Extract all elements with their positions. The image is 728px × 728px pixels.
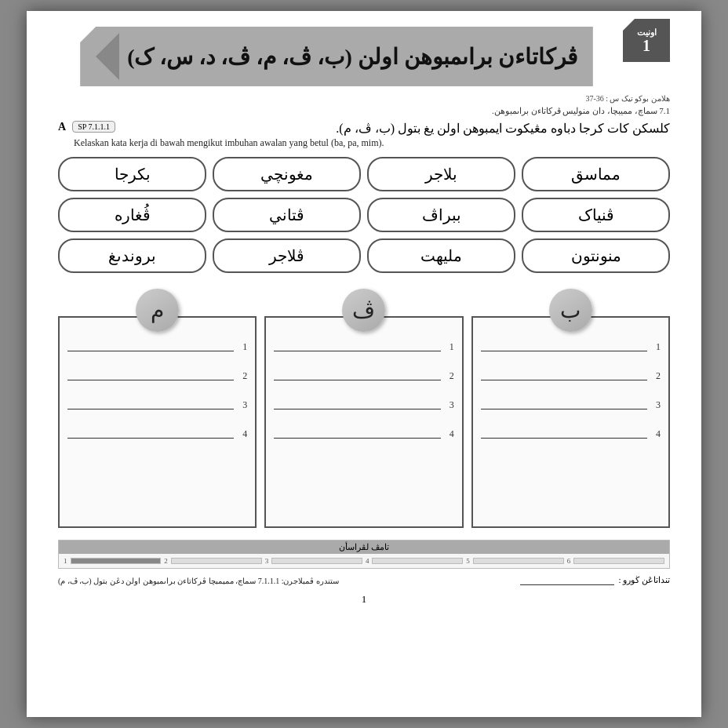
- classify-box-pa: 1 2 3 4: [264, 316, 463, 528]
- progress-label: تامڤ لڤراسأن: [59, 541, 669, 554]
- classify-line-ba-4: 4: [481, 428, 661, 440]
- classify-col-mim: م 1 2 3 4: [58, 289, 257, 528]
- prog-seg-6: [573, 558, 664, 564]
- unit-number: 1: [642, 38, 650, 53]
- line-num: 2: [445, 370, 454, 382]
- sign-line: تنداتاڠن ڬورو :: [520, 575, 670, 585]
- section-a-jawi: کلسکن کات کرجا دباوه مڠيکوت ايمبوهن اولن…: [126, 121, 670, 136]
- section-label-a: A: [58, 121, 66, 133]
- write-line[interactable]: [67, 409, 234, 410]
- write-line[interactable]: [67, 438, 234, 439]
- line-num: 3: [651, 399, 661, 411]
- page: ڤرکاتاءن براىمبوهن اولن (ب، ڤ، م، ڤ، د، …: [27, 11, 701, 717]
- write-line[interactable]: [274, 409, 440, 410]
- classify-line-mim-4: 4: [67, 428, 247, 440]
- prog-num-1: 1: [64, 557, 67, 565]
- classify-line-pa-3: 3: [274, 399, 453, 411]
- line-num: 4: [445, 428, 454, 440]
- word-box-2: بلاجر: [367, 157, 515, 191]
- page-ref: هلامن بوکو تيک س : 36-37: [585, 94, 670, 103]
- section-a-header: A SP 7.1.1.1 کلسکن کات کرجا دباوه مڠيکوت…: [58, 121, 670, 149]
- write-line[interactable]: [481, 380, 647, 380]
- progress-bar-row: 1 2 3 4 5 6: [59, 554, 669, 568]
- classify-line-ba-3: 3: [481, 399, 661, 411]
- title-banner: ڤرکاتاءن براىمبوهن اولن (ب، ڤ، م، ڤ، د، …: [80, 27, 593, 86]
- sign-underline[interactable]: [520, 584, 614, 585]
- word-box-10: مليهت: [367, 238, 515, 273]
- main-title: ڤرکاتاءن براىمبوهن اولن (ب، ڤ، م، ڤ، د، …: [127, 44, 577, 70]
- classify-line-pa-1: 1: [274, 341, 453, 353]
- prog-num-2: 2: [164, 557, 168, 565]
- classify-line-mim-2: 2: [67, 370, 247, 382]
- write-line[interactable]: [67, 380, 234, 380]
- prog-seg-3: [271, 558, 362, 564]
- line-num: 1: [238, 341, 247, 353]
- word-box-11: ڤلاجر: [213, 238, 361, 273]
- classify-col-pa: ڤ 1 2 3 4: [264, 289, 463, 528]
- line-num: 1: [445, 341, 454, 353]
- classify-line-mim-3: 3: [67, 399, 247, 411]
- classify-line-pa-2: 2: [274, 370, 453, 382]
- word-box-12: بروندىغ: [58, 238, 206, 273]
- write-line[interactable]: [481, 438, 647, 439]
- write-line[interactable]: [274, 351, 440, 351]
- section-a-row: A SP 7.1.1.1 کلسکن کات کرجا دباوه مڠيکوت…: [58, 121, 670, 136]
- word-box-9: منونتون: [522, 238, 670, 273]
- word-box-3: مغونچي: [213, 157, 361, 191]
- classify-area: م 1 2 3 4: [58, 289, 670, 528]
- sp-badge: SP 7.1.1.1: [72, 121, 115, 133]
- classify-line-ba-2: 2: [481, 370, 661, 382]
- prog-num-6: 6: [567, 557, 571, 565]
- prog-seg-1: [71, 558, 162, 564]
- word-box-6: ببراڤ: [367, 198, 515, 232]
- line-num: 3: [445, 399, 454, 411]
- prog-seg-5: [473, 558, 564, 564]
- header: ڤرکاتاءن براىمبوهن اولن (ب، ڤ، م، ڤ، د، …: [58, 27, 670, 86]
- prog-num-5: 5: [466, 557, 470, 565]
- word-box-1: مماسق: [522, 157, 670, 191]
- progress-section: تامڤ لڤراسأن 1 2 3 4 5 6: [58, 540, 670, 569]
- prog-num-3: 3: [265, 557, 269, 565]
- word-box-8: ڤُغاره: [58, 198, 206, 232]
- line-num: 2: [238, 370, 247, 382]
- unit-badge: اونيت 1: [623, 19, 670, 62]
- section-a-rumi: Kelaskan kata kerja di bawah mengikut im…: [74, 137, 670, 149]
- line-num: 1: [651, 341, 661, 353]
- footer-area: تنداتاڠن ڬورو : ستندره ڤمبلاجرن: 7.1.1.1…: [58, 575, 670, 585]
- sign-label: تنداتاڠن ڬورو :: [618, 575, 670, 585]
- write-line[interactable]: [67, 351, 234, 351]
- write-line[interactable]: [481, 351, 647, 351]
- write-line[interactable]: [274, 380, 440, 380]
- line-num: 4: [651, 428, 661, 440]
- prog-num-4: 4: [366, 557, 369, 565]
- classify-line-mim-1: 1: [67, 341, 247, 353]
- circle-ba: ب: [549, 289, 592, 332]
- write-line[interactable]: [481, 409, 647, 410]
- classify-line-pa-4: 4: [274, 428, 453, 440]
- word-grid: مماسق بلاجر مغونچي بکرجا ڤنياک ببراڤ ڤتا…: [58, 157, 670, 273]
- line-num: 2: [651, 370, 661, 382]
- word-box-7: ڤتاني: [213, 198, 361, 232]
- word-box-4: بکرجا: [58, 157, 206, 191]
- subtitle: 7.1 سماچ، مميبچا، دان منوليس ڤرکاتاءن بر…: [58, 106, 670, 116]
- prog-seg-2: [171, 558, 262, 564]
- page-number: 1: [58, 593, 670, 606]
- write-line[interactable]: [274, 438, 440, 439]
- line-num: 3: [238, 399, 247, 411]
- footer-note: ستندره ڤمبلاجرن: 7.1.1.1 سماچ، مميمبچا ڤ…: [58, 577, 339, 585]
- word-box-5: ڤنياک: [522, 198, 670, 232]
- prog-seg-4: [372, 558, 463, 564]
- classify-line-ba-1: 1: [481, 341, 661, 353]
- classify-box-ba: 1 2 3 4: [471, 316, 670, 528]
- classify-box-mim: 1 2 3 4: [58, 316, 257, 528]
- line-num: 4: [238, 428, 247, 440]
- page-ref-row: هلامن بوکو تيک س : 36-37: [58, 94, 670, 103]
- classify-col-ba: ب 1 2 3 4: [471, 289, 670, 528]
- circle-mim: م: [136, 289, 179, 332]
